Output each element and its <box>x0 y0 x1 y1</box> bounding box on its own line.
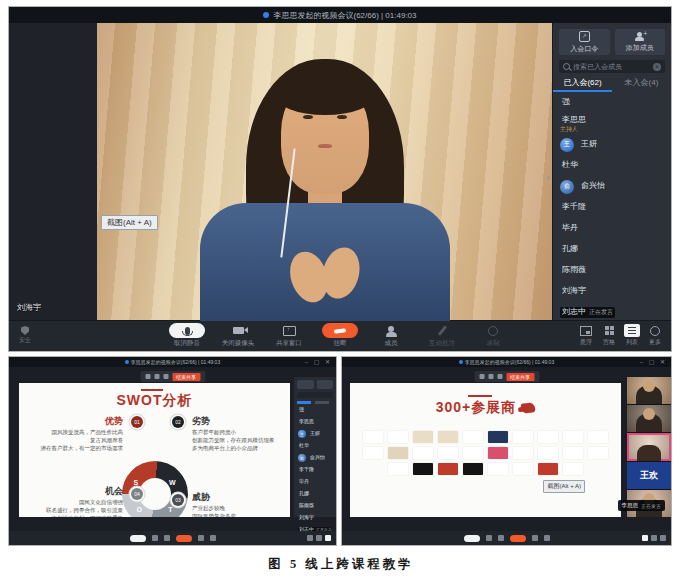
participant-row[interactable]: 毕丹 <box>553 218 671 239</box>
participant-row[interactable]: 刘海宇 <box>297 512 333 524</box>
toolbar-button[interactable]: 录制 <box>475 323 511 348</box>
mini-view-button[interactable] <box>316 535 322 541</box>
mini-members-button[interactable] <box>532 535 538 541</box>
share-tool-icon[interactable] <box>163 374 168 379</box>
sidebar-action-button[interactable]: 入会口令 <box>559 29 610 55</box>
window-controls[interactable] <box>305 358 332 365</box>
webcam-thumbnail[interactable] <box>627 377 671 404</box>
toolbar-button[interactable]: 共享窗口 <box>271 323 307 348</box>
mini-view-button[interactable] <box>642 535 648 541</box>
exhibitor-logo <box>538 463 558 475</box>
collapse-sidebar-icon[interactable] <box>544 171 552 183</box>
participant-row[interactable]: 孔娜 <box>553 239 671 260</box>
thumbnail-name-label: 王欢 <box>640 469 658 482</box>
sidebar-action-button[interactable]: 添加成员 <box>615 29 666 55</box>
participant-row[interactable]: 李思思 <box>297 416 333 428</box>
share-tool-icon[interactable] <box>479 374 484 379</box>
mini-more-button[interactable] <box>544 535 550 541</box>
swot-quadrant: 04 机会 国民文化自信增强 联名盛行，跨界合作，吸引流量 文创活动兴起，国潮综… <box>23 487 123 517</box>
mini-meeting-toolbar <box>342 531 671 545</box>
webcam-thumbnail[interactable] <box>627 433 671 460</box>
webcam-thumbnail[interactable]: 王欢 <box>627 462 671 489</box>
member-tab[interactable]: 已入会(62) <box>553 76 612 92</box>
exhibitor-logo <box>488 447 508 459</box>
exhibitor-logo <box>438 431 458 443</box>
participant-row[interactable]: 俞 俞兴怡 <box>553 176 671 197</box>
mini-mic-button[interactable] <box>464 535 480 542</box>
avatar: 王 <box>298 430 306 438</box>
mini-more-button[interactable] <box>210 535 216 541</box>
window-controls[interactable] <box>640 358 667 365</box>
toolbar-button[interactable]: 关闭摄像头 <box>220 323 256 348</box>
meeting-title: 李思思发起的视频会议(62/66) | 01:49:03 <box>273 10 416 21</box>
view-mode-button[interactable]: 列表 <box>624 324 640 347</box>
toolbar-button[interactable]: 互动批注 <box>424 323 460 348</box>
share-tool-icon[interactable] <box>154 374 159 379</box>
slide-title: SWOT分析 <box>19 392 290 410</box>
security-button[interactable]: 安全 <box>19 326 31 345</box>
share-tool-icon[interactable] <box>497 374 502 379</box>
toolbar-button[interactable]: 挂断 <box>322 323 358 348</box>
addmember-icon <box>637 32 642 37</box>
mini-search-input[interactable] <box>297 392 333 398</box>
exhibitor-logo <box>463 431 483 443</box>
mini-mic-button[interactable] <box>130 535 146 542</box>
member-tab[interactable]: 未入会(4) <box>612 76 671 92</box>
toolbar-button[interactable]: 成员 <box>373 323 409 348</box>
hangup-icon <box>334 328 346 333</box>
mini-share-button[interactable] <box>164 535 170 541</box>
mini-member-tab[interactable] <box>297 401 311 404</box>
share-tool-icon[interactable] <box>488 374 493 379</box>
quadrant-heading: 机会 <box>23 487 123 496</box>
mini-hangup-button[interactable] <box>510 535 526 542</box>
participant-row[interactable]: 李千隆 <box>553 197 671 218</box>
participant-row[interactable]: 孔娜 <box>297 488 333 500</box>
webcam-thumbnail[interactable] <box>627 405 671 432</box>
mini-hangup-button[interactable] <box>176 535 192 542</box>
exhibitor-logo <box>563 463 583 475</box>
view-mode-button[interactable]: 悬浮 <box>578 324 594 347</box>
participant-row[interactable]: 杜华 <box>553 155 671 176</box>
mini-camera-button[interactable] <box>486 535 492 541</box>
view-mode-button[interactable]: 更多 <box>647 324 663 347</box>
participant-row[interactable]: 强 <box>553 92 671 113</box>
participant-row[interactable]: 陈雨薇 <box>297 500 333 512</box>
stop-share-button[interactable]: 结束共享 <box>172 373 200 381</box>
vgrid-icon <box>605 326 609 330</box>
mini-view-button[interactable] <box>660 535 666 541</box>
mini-member-tab[interactable] <box>315 401 329 404</box>
participant-row[interactable]: 刘志中 正在发言 <box>553 302 671 321</box>
toolbar-button[interactable]: 取消静音 <box>169 323 205 348</box>
share-tool-icon[interactable] <box>145 374 150 379</box>
clear-search-icon[interactable] <box>653 63 661 71</box>
quadrant-heading: 威胁 <box>192 493 288 502</box>
participant-row[interactable]: 俞 俞兴怡 <box>297 452 333 464</box>
exhibitor-logo <box>363 431 383 443</box>
mini-action-button[interactable] <box>297 380 314 389</box>
mini-view-button[interactable] <box>307 535 313 541</box>
participant-row[interactable]: 陈雨薇 <box>553 260 671 281</box>
participant-row[interactable]: 杜华 <box>297 440 333 452</box>
mini-action-button[interactable] <box>317 380 334 389</box>
mini-members-button[interactable] <box>198 535 204 541</box>
participant-row[interactable]: 李千隆 <box>297 464 333 476</box>
mini-share-button[interactable] <box>498 535 504 541</box>
participant-row[interactable]: 刘海宇 <box>553 281 671 302</box>
mini-view-button[interactable] <box>325 535 331 541</box>
search-placeholder: 搜索已入会成员 <box>573 62 650 72</box>
stop-share-button[interactable]: 结束共享 <box>506 373 534 381</box>
exhibitor-logo <box>588 447 608 459</box>
participant-row[interactable]: 王 王妍 <box>297 428 333 440</box>
view-mode-button[interactable]: 宫格 <box>601 324 617 347</box>
avatar: 俞 <box>560 180 574 194</box>
search-input[interactable]: 搜索已入会成员 <box>559 60 665 73</box>
participant-row[interactable]: 李思思 主持人 <box>553 113 671 134</box>
mini-view-button[interactable] <box>651 535 657 541</box>
participant-row[interactable]: 毕丹 <box>297 476 333 488</box>
video-stage: 刘海宇 截图(Alt + A) <box>9 23 552 321</box>
avatar: 王 <box>560 138 574 152</box>
expo-meeting-window: 李思思发起的视频会议(62/66) | 01:49:03 结束共享 300+参展… <box>341 356 672 546</box>
participant-row[interactable]: 强 <box>297 404 333 416</box>
participant-row[interactable]: 王 王妍 <box>553 134 671 155</box>
mini-camera-button[interactable] <box>152 535 158 541</box>
